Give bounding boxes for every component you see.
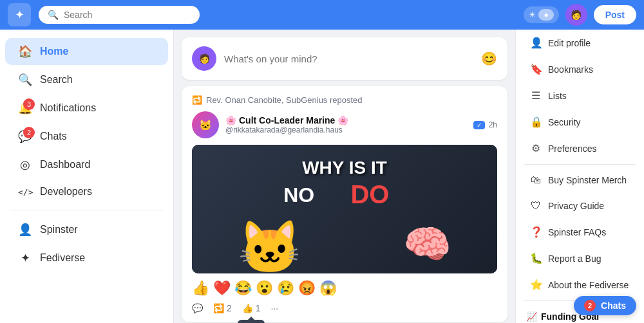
avatar-img: 🧑: [571, 10, 582, 20]
sidebar-label-notifications: Notifications: [40, 102, 96, 114]
chats-badge: 2: [23, 127, 35, 138]
sidebar-label-developers: Developers: [40, 186, 92, 198]
reaction-scream[interactable]: 😱: [319, 280, 337, 297]
sidebar-item-notifications[interactable]: 3 🔔 Notifications: [5, 95, 168, 122]
menu-label-edit-profile: Edit profile: [548, 38, 591, 48]
menu-item-faqs[interactable]: ❓ Spinster FAQs: [520, 219, 640, 245]
meme-brain: 🧠: [403, 221, 451, 267]
security-icon: 🔒: [530, 116, 542, 128]
post-verified-right: 🌸: [337, 115, 348, 125]
post-handle: @rikkatakarada@gearlandia.haus: [225, 125, 467, 134]
reaction-angry[interactable]: 😡: [298, 280, 316, 297]
sidebar-item-chats[interactable]: 2 💬 Chats: [5, 123, 168, 150]
post-meta: 🌸 Cult Co-Leader Marine 🌸 @rikkatakarada…: [225, 115, 467, 134]
chats-float-label: Chats: [601, 300, 626, 311]
post-header: 🐱 🌸 Cult Co-Leader Marine 🌸 @rikkatakara…: [192, 111, 497, 138]
menu-item-merch[interactable]: 🛍 Buy Spinster Merch: [520, 168, 640, 192]
comment-icon: 💬: [192, 303, 203, 313]
compose-box: 🧑 😊: [182, 37, 507, 80]
sidebar-label-spinster: Spinster: [40, 224, 78, 235]
post-author: 🌸 Cult Co-Leader Marine 🌸: [225, 115, 467, 125]
meme-text-top: WHY IS IT: [302, 158, 387, 178]
chats-float-button[interactable]: 2 Chats: [574, 296, 636, 315]
repost-action-icon: 🔁: [213, 303, 224, 313]
avatar[interactable]: 🧑: [565, 4, 587, 26]
theme-toggle[interactable]: ☀ ●: [524, 6, 558, 23]
post-image: WHY IS IT NO DO 🐱 🧠: [192, 145, 497, 273]
bookmarks-icon: 🔖: [530, 63, 542, 75]
more-icon: ···: [270, 303, 278, 313]
reaction-heart[interactable]: ❤️: [213, 280, 231, 297]
theme-icon: ☀: [529, 10, 536, 19]
lists-icon: ☰: [530, 89, 542, 102]
report-bug-icon: 🐛: [530, 252, 542, 264]
reaction-wow[interactable]: 😮: [256, 280, 273, 297]
post-time: 2h: [489, 120, 497, 129]
faqs-icon: ❓: [530, 226, 542, 238]
menu-label-faqs: Spinster FAQs: [548, 227, 606, 237]
sidebar-item-dashboard[interactable]: ◎ Dashboard: [5, 151, 168, 178]
funding-icon: 📈: [526, 311, 537, 322]
repost-action[interactable]: 🔁 2: [213, 303, 232, 313]
sidebar-item-spinster[interactable]: 👤 Spinster: [5, 216, 168, 243]
menu-item-report-bug[interactable]: 🐛 Report a Bug: [520, 246, 640, 271]
app-logo[interactable]: ✦: [8, 3, 31, 26]
reaction-thumbsup[interactable]: 👍: [192, 280, 209, 297]
sidebar-label-dashboard: Dashboard: [40, 159, 90, 171]
repost-bar: 🔁 Rev. Onan Canobite, SubGenius reposted: [192, 95, 497, 105]
menu-item-about-fediverse[interactable]: ⭐ About the Fediverse: [520, 272, 640, 297]
menu-item-security[interactable]: 🔒 Security: [520, 109, 640, 134]
notifications-badge: 3: [23, 98, 35, 110]
compose-emoji-button[interactable]: 😊: [481, 51, 497, 66]
comment-action[interactable]: 💬: [192, 303, 203, 313]
reaction-laugh[interactable]: 😂: [234, 280, 252, 297]
menu-label-security: Security: [548, 117, 581, 127]
search-input[interactable]: [64, 10, 180, 20]
verified-badge: ✓: [473, 121, 485, 129]
reactions-bar: 👍 ❤️ 😂 😮 😢 😡 😱: [192, 280, 497, 297]
repost-icon: 🔁: [192, 95, 202, 105]
menu-item-lists[interactable]: ☰ Lists: [520, 83, 640, 108]
post-header-right: ✓ 2h: [473, 120, 497, 129]
like-tooltip: Like: [238, 320, 265, 323]
search-icon: 🔍: [48, 10, 59, 20]
sidebar-label-home: Home: [40, 46, 68, 57]
sidebar-item-home[interactable]: 🏠 Home: [5, 38, 168, 65]
menu-item-bookmarks[interactable]: 🔖 Bookmarks: [520, 57, 640, 82]
chats-float-badge: 2: [584, 300, 596, 311]
spinster-icon: 👤: [18, 223, 32, 237]
main-layout: 🏠 Home 🔍 Search 3 🔔 Notifications 2 💬 Ch…: [0, 30, 644, 323]
like-count: 1: [256, 303, 261, 313]
like-icon: 👍: [242, 303, 253, 313]
sidebar-label-chats: Chats: [40, 131, 67, 142]
search-icon: 🔍: [18, 73, 32, 87]
like-action[interactable]: 👍 1 Like: [242, 303, 261, 313]
compose-input[interactable]: [224, 53, 473, 64]
menu-label-bookmarks: Bookmarks: [548, 64, 593, 75]
topnav-right: ☀ ● 🧑 Post: [524, 4, 636, 26]
edit-profile-icon: 👤: [530, 37, 542, 49]
sidebar-item-fediverse[interactable]: ✦ Fediverse: [5, 245, 168, 272]
post-avatar: 🐱: [192, 111, 219, 138]
feed: 🧑 😊 🔁 Rev. Onan Canobite, SubGenius repo…: [174, 30, 515, 323]
preferences-icon: ⚙: [530, 142, 542, 154]
repost-count: 2: [227, 303, 232, 313]
logo-icon: ✦: [15, 8, 24, 22]
menu-item-edit-profile[interactable]: 👤 Edit profile: [520, 30, 640, 55]
sidebar-item-search[interactable]: 🔍 Search: [5, 66, 168, 93]
post-card: 🔁 Rev. Onan Canobite, SubGenius reposted…: [182, 86, 507, 322]
meme-text-do: DO: [350, 180, 389, 209]
reaction-sad[interactable]: 😢: [277, 280, 294, 297]
more-action[interactable]: ···: [270, 303, 278, 313]
toggle-switch[interactable]: ●: [538, 9, 553, 21]
right-panel-divider-1: [524, 164, 636, 165]
meme-text-no: NO: [283, 183, 314, 207]
sidebar-label-fediverse: Fediverse: [40, 252, 85, 264]
menu-item-privacy[interactable]: 🛡 Privacy Guide: [520, 194, 640, 218]
menu-item-preferences[interactable]: ⚙ Preferences: [520, 136, 640, 161]
post-button[interactable]: Post: [594, 5, 636, 24]
sidebar-divider: [10, 210, 163, 210]
meme-cat: 🐱: [238, 222, 302, 273]
compose-avatar: 🧑: [192, 46, 216, 71]
sidebar-item-developers[interactable]: </> Developers: [5, 180, 168, 204]
